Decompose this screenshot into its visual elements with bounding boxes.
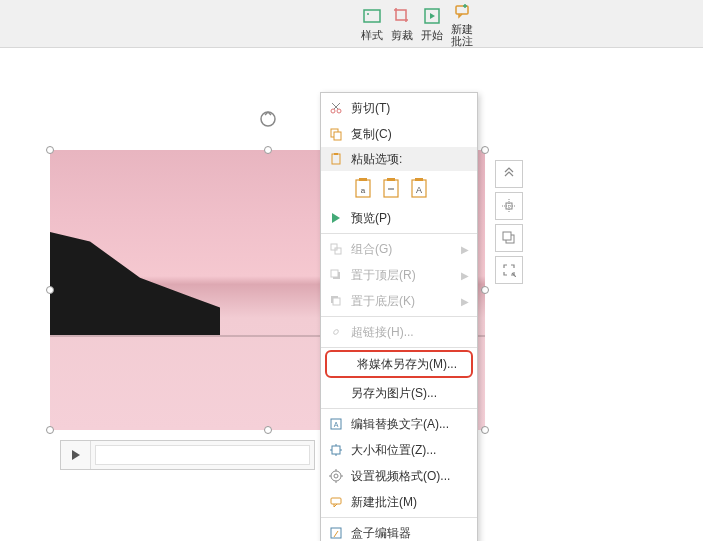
selection-handle-tm[interactable] [264, 146, 272, 154]
media-play-bar [60, 440, 315, 470]
svg-rect-32 [332, 446, 340, 454]
paste-options-row: a A [321, 171, 477, 205]
svg-text:a: a [361, 186, 366, 195]
selection-handle-bl[interactable] [46, 426, 54, 434]
send-back-icon [325, 292, 347, 310]
box-editor-icon [325, 524, 347, 541]
svg-point-4 [261, 112, 275, 126]
svg-point-10 [331, 109, 335, 113]
menu-separator [321, 233, 477, 234]
svg-text:A: A [334, 421, 339, 428]
menu-bring-front: 置于顶层(R) ▶ [321, 262, 477, 288]
rotate-handle[interactable] [259, 110, 277, 128]
play-button[interactable] [61, 441, 91, 469]
menu-save-media-label: 将媒体另存为(M)... [357, 356, 463, 373]
menu-separator [321, 347, 477, 348]
menu-send-back: 置于底层(K) ▶ [321, 288, 477, 314]
menu-group-label: 组合(G) [351, 241, 461, 258]
ribbon-start-label: 开始 [421, 28, 443, 43]
hyperlink-icon [325, 323, 347, 341]
selection-handle-br[interactable] [481, 426, 489, 434]
selection-handle-bm[interactable] [264, 426, 272, 434]
menu-video-format-label: 设置视频格式(O)... [351, 468, 469, 485]
menu-video-format[interactable]: 设置视频格式(O)... [321, 463, 477, 489]
cut-icon [325, 99, 347, 117]
svg-rect-20 [387, 178, 395, 181]
ribbon-new-comment-label: 新建批注 [450, 23, 474, 47]
menu-save-as-picture[interactable]: 另存为图片(S)... [321, 380, 477, 406]
bring-front-icon [325, 266, 347, 284]
svg-rect-3 [456, 6, 468, 14]
ribbon-crop[interactable]: 剪裁 [387, 0, 417, 48]
canvas-area[interactable]: 剪切(T) 复制(C) 粘贴选项: a A 预览(P) 组合(G) ▶ 置于顶层… [0, 65, 703, 541]
menu-send-back-label: 置于底层(K) [351, 293, 461, 310]
menu-cut-label: 剪切(T) [351, 100, 469, 117]
side-tool-arrange[interactable] [495, 224, 523, 252]
menu-size-position-label: 大小和位置(Z)... [351, 442, 469, 459]
menu-preview[interactable]: 预览(P) [321, 205, 477, 231]
svg-point-33 [331, 471, 341, 481]
selection-handle-tl[interactable] [46, 146, 54, 154]
svg-rect-36 [331, 528, 341, 538]
menu-copy[interactable]: 复制(C) [321, 121, 477, 147]
svg-rect-29 [333, 298, 340, 305]
svg-rect-15 [334, 153, 338, 155]
svg-rect-0 [364, 10, 380, 22]
menu-box-editor[interactable]: 盒子编辑器 [321, 520, 477, 541]
svg-rect-14 [332, 154, 340, 164]
svg-point-34 [334, 474, 338, 478]
svg-rect-24 [331, 244, 337, 250]
save-picture-icon [325, 384, 347, 402]
svg-point-11 [337, 109, 341, 113]
save-media-icon [331, 355, 353, 373]
selection-handle-mr[interactable] [481, 286, 489, 294]
selection-handle-ml[interactable] [46, 286, 54, 294]
paste-option-keep-format[interactable] [379, 175, 403, 201]
paste-option-keep-text[interactable]: a [351, 175, 375, 201]
menu-size-position[interactable]: 大小和位置(Z)... [321, 437, 477, 463]
style-icon [362, 6, 382, 26]
menu-preview-label: 预览(P) [351, 210, 469, 227]
side-tools [495, 160, 523, 288]
ribbon-new-comment[interactable]: 新建批注 [447, 0, 477, 48]
svg-rect-35 [331, 498, 341, 504]
menu-bring-front-label: 置于顶层(R) [351, 267, 461, 284]
video-format-icon [325, 467, 347, 485]
menu-alt-text-label: 编辑替换文字(A)... [351, 416, 469, 433]
submenu-arrow-icon: ▶ [461, 244, 469, 255]
submenu-arrow-icon: ▶ [461, 296, 469, 307]
menu-paste-header: 粘贴选项: [321, 147, 477, 171]
ribbon-bar: 样式 剪裁 开始 新建批注 [0, 0, 703, 48]
svg-text:A: A [416, 185, 422, 195]
side-tool-align[interactable] [495, 192, 523, 220]
alt-text-icon: A [325, 415, 347, 433]
preview-play-icon [325, 209, 347, 227]
paste-icon [325, 150, 347, 168]
selection-handle-tr[interactable] [481, 146, 489, 154]
menu-hyperlink-label: 超链接(H)... [351, 324, 469, 341]
svg-rect-13 [334, 132, 341, 140]
play-track[interactable] [95, 445, 310, 465]
ribbon-start[interactable]: 开始 [417, 0, 447, 48]
menu-new-comment[interactable]: 新建批注(M) [321, 489, 477, 515]
menu-new-comment-label: 新建批注(M) [351, 494, 469, 511]
menu-save-media-as[interactable]: 将媒体另存为(M)... [325, 350, 473, 378]
svg-rect-27 [331, 270, 338, 277]
menu-copy-label: 复制(C) [351, 126, 469, 143]
menu-separator [321, 517, 477, 518]
crop-icon [392, 6, 412, 26]
ribbon-group: 样式 剪裁 开始 新建批注 [357, 0, 477, 48]
menu-cut[interactable]: 剪切(T) [321, 95, 477, 121]
side-tool-collapse[interactable] [495, 160, 523, 188]
menu-alt-text[interactable]: A 编辑替换文字(A)... [321, 411, 477, 437]
size-position-icon [325, 441, 347, 459]
menu-group: 组合(G) ▶ [321, 236, 477, 262]
paste-option-text-only[interactable]: A [407, 175, 431, 201]
svg-rect-17 [359, 178, 367, 181]
mountain-shape [50, 225, 220, 335]
ribbon-style[interactable]: 样式 [357, 0, 387, 48]
svg-rect-25 [335, 248, 341, 254]
side-tool-fullscreen[interactable] [495, 256, 523, 284]
play-settings-icon [422, 6, 442, 26]
menu-separator [321, 408, 477, 409]
